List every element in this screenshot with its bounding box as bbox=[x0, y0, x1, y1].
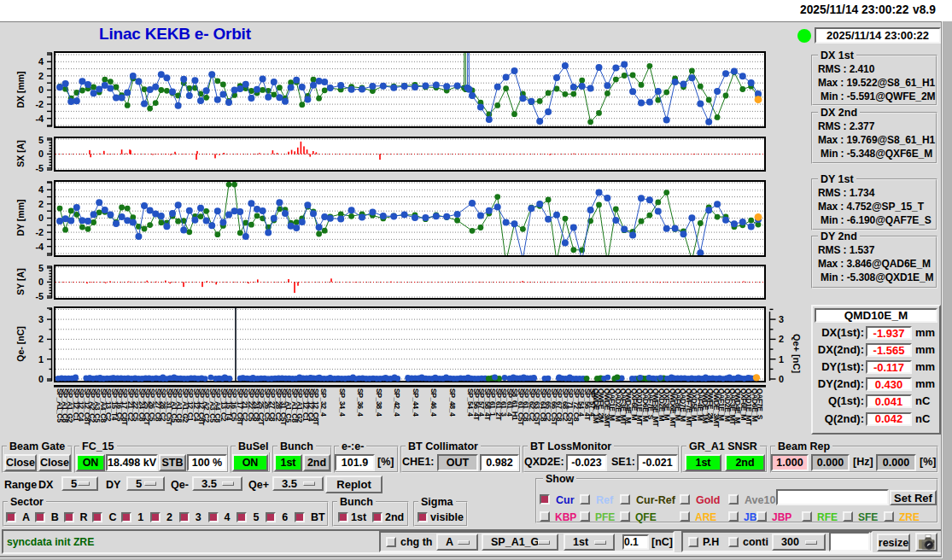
svg-text:Qe- [nC]: Qe- [nC] bbox=[15, 326, 26, 361]
svg-text:5: 5 bbox=[38, 263, 44, 273]
svg-text:SP_46_4: SP_46_4 bbox=[429, 388, 438, 417]
svg-text:-5: -5 bbox=[35, 163, 44, 173]
svg-text:-5: -5 bbox=[35, 291, 44, 301]
svg-text:2: 2 bbox=[38, 334, 44, 344]
svg-text:2: 2 bbox=[779, 334, 784, 344]
svg-text:0: 0 bbox=[38, 374, 44, 384]
svg-text:1: 1 bbox=[38, 354, 44, 365]
svg-text:QAF7E_S: QAF7E_S bbox=[756, 388, 764, 420]
svg-text:0: 0 bbox=[38, 277, 44, 287]
svg-text:-4: -4 bbox=[35, 114, 44, 124]
svg-text:DY [mm]: DY [mm] bbox=[15, 200, 26, 236]
svg-text:Qe+ [nC]: Qe+ [nC] bbox=[791, 334, 802, 373]
svg-text:SP_34_4: SP_34_4 bbox=[338, 388, 347, 417]
svg-text:5: 5 bbox=[38, 135, 44, 145]
svg-text:2: 2 bbox=[38, 199, 44, 209]
svg-text:4: 4 bbox=[38, 56, 44, 67]
svg-text:-2: -2 bbox=[35, 99, 44, 109]
svg-text:DX [mm]: DX [mm] bbox=[15, 71, 26, 108]
svg-text:-2: -2 bbox=[35, 227, 44, 237]
svg-text:SP_48_4: SP_48_4 bbox=[448, 388, 457, 417]
svg-text:SY [A]: SY [A] bbox=[15, 268, 26, 295]
svg-text:SP_36_4: SP_36_4 bbox=[356, 388, 365, 417]
svg-text:4: 4 bbox=[38, 184, 44, 195]
svg-text:SX [A]: SX [A] bbox=[15, 140, 26, 167]
svg-text:0: 0 bbox=[38, 85, 44, 95]
svg-text:0: 0 bbox=[38, 213, 44, 223]
svg-text:0: 0 bbox=[38, 149, 44, 159]
svg-text:SP_32_4: SP_32_4 bbox=[319, 388, 328, 417]
svg-text:SP_12_C8T: SP_12_C8T bbox=[312, 388, 320, 426]
svg-text:2: 2 bbox=[38, 71, 44, 81]
svg-text:3: 3 bbox=[38, 314, 44, 324]
svg-text:SP_42_4: SP_42_4 bbox=[393, 388, 401, 417]
svg-text:SP_38_4: SP_38_4 bbox=[375, 388, 383, 417]
svg-text:1: 1 bbox=[779, 354, 784, 365]
svg-text:0: 0 bbox=[779, 374, 784, 384]
svg-text:3: 3 bbox=[779, 314, 784, 324]
svg-text:-4: -4 bbox=[35, 242, 44, 252]
svg-text:SP_44_4: SP_44_4 bbox=[412, 388, 420, 417]
